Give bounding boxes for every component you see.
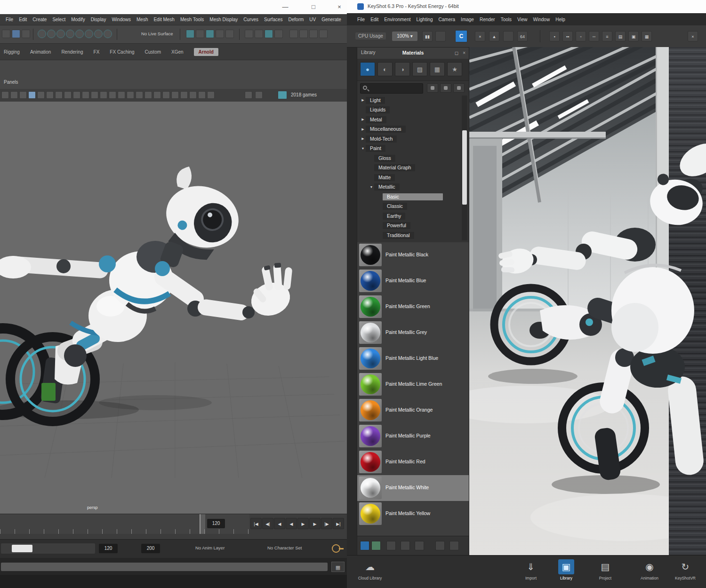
tree-collapsed-arrow-icon[interactable]: ▶ (360, 137, 366, 141)
viewport-toolbar-icon[interactable] (73, 91, 80, 99)
add-material-icon[interactable] (360, 541, 369, 550)
viewport-toolbar-icon[interactable] (189, 91, 197, 99)
material-row-paint-metallic-yellow[interactable]: Paint Metallic Yellow (357, 501, 469, 527)
keyshot-menu-render[interactable]: Render (477, 16, 498, 23)
keyshot-menu-camera[interactable]: Camera (436, 16, 458, 23)
colors-tab[interactable]: ◐ (377, 62, 393, 76)
menu-mesh-display[interactable]: Mesh Display (207, 16, 241, 23)
horizontal-scrollbar[interactable] (1, 563, 328, 571)
expand-view-icon[interactable]: × (688, 31, 698, 41)
shelf-tab-rigging[interactable]: Rigging (4, 49, 20, 55)
layout-grid-icon[interactable]: ▦ (331, 562, 345, 572)
keyshot-menu-help[interactable]: Help (553, 16, 568, 23)
menu-surfaces[interactable]: Surfaces (261, 16, 285, 23)
viewport-toolbar-icon[interactable] (207, 91, 215, 99)
toolbar-icon[interactable] (186, 30, 194, 38)
toolbar-icon[interactable] (216, 30, 224, 38)
tree-item-powerful[interactable]: Powerful (357, 221, 469, 231)
layout-2-icon[interactable]: ▪▪ (562, 31, 573, 41)
backplates-tab[interactable]: ▨ (412, 62, 427, 76)
menu-curves[interactable]: Curves (241, 16, 261, 23)
viewport-toolbar-icon[interactable] (171, 91, 179, 99)
keyshot-menu-file[interactable]: File (354, 16, 368, 23)
anim-layer-dropdown[interactable]: No Anim Layer (195, 545, 225, 550)
toolbar-icon[interactable] (22, 30, 30, 38)
tree-item-classic[interactable]: Classic (357, 202, 469, 212)
step-back-frame-button[interactable]: ◀ (274, 518, 285, 529)
toolbar-icon[interactable] (75, 30, 84, 38)
dock-item-project[interactable]: ▤Project (589, 559, 622, 580)
toolbar-icon[interactable] (245, 30, 253, 38)
toolbar-icon[interactable] (47, 30, 56, 38)
shelf-tab-animation[interactable]: Animation (30, 49, 51, 55)
material-row-paint-metallic-grey[interactable]: Paint Metallic Grey (357, 320, 469, 346)
maximize-icon[interactable]: □ (308, 2, 319, 12)
pause-icon[interactable]: ▮▮ (422, 31, 433, 41)
keyshot-menu-edit[interactable]: Edit (368, 16, 381, 23)
tree-item-traditional[interactable]: Traditional (357, 230, 469, 240)
play-forwards-button[interactable]: ▶ (297, 518, 309, 529)
viewport-toolbar-icon[interactable] (37, 91, 45, 99)
viewport-toolbar-icon[interactable] (109, 91, 116, 99)
step-back-key-button[interactable]: ◀| (262, 518, 273, 529)
cpu-usage-dropdown[interactable]: 100% ▾ (392, 32, 417, 41)
minimize-icon[interactable]: — (280, 2, 290, 12)
keyshot-menu-lighting[interactable]: Lighting (414, 16, 436, 23)
viewport-toolbar-icon[interactable] (162, 91, 170, 99)
tree-scrollbar-thumb[interactable] (462, 130, 467, 205)
footer-icon-1[interactable] (386, 541, 396, 550)
range-end-field[interactable]: 200 (141, 544, 160, 553)
character-set-dropdown[interactable]: No Character Set (267, 545, 302, 550)
footer-icon-4[interactable] (435, 541, 445, 550)
tree-item-matte[interactable]: Matte (357, 173, 469, 183)
keyshot-menu-view[interactable]: View (514, 16, 530, 23)
live-surface-indicator[interactable]: No Live Surface (141, 31, 173, 36)
menu-create[interactable]: Create (30, 16, 49, 23)
viewport-toolbar-icon[interactable] (46, 91, 54, 99)
viewport-toolbar-icon[interactable] (198, 91, 206, 99)
materials-tab[interactable]: ● (360, 62, 375, 76)
viewport-toolbar-icon[interactable] (91, 91, 98, 99)
toolbar-icon[interactable] (289, 30, 298, 38)
textures-tab[interactable]: ▦ (430, 62, 445, 76)
toolbar-icon[interactable] (2, 30, 10, 38)
footer-icon-3[interactable] (415, 541, 424, 550)
dock-item-cloud-library[interactable]: ☁ Cloud Library (353, 559, 386, 580)
tree-item-metallic[interactable]: ▼Metallic (357, 183, 469, 192)
shelf-tab-arnold[interactable]: Arnold (194, 48, 218, 56)
environments-tab[interactable]: ◑ (395, 62, 410, 76)
menu-edit-mesh[interactable]: Edit Mesh (151, 16, 177, 23)
toolbar-icon[interactable] (104, 30, 112, 38)
layout-1-icon[interactable]: ▪ (549, 31, 560, 41)
menu-generate[interactable]: Generate (319, 16, 344, 23)
toolbar-icon[interactable] (274, 30, 283, 38)
shelf-tab-xgen[interactable]: XGen (171, 49, 184, 55)
tree-item-paint[interactable]: ▼Paint (357, 144, 469, 154)
layout-8-icon[interactable]: ▦ (642, 31, 652, 41)
shelf-tab-fx-caching[interactable]: FX Caching (110, 49, 134, 55)
viewport-toolbar-icon[interactable] (55, 91, 63, 99)
toolbar-icon[interactable] (265, 30, 273, 38)
tree-item-liquids[interactable]: Liquids (357, 105, 469, 115)
viewport-toolbar-icon[interactable] (82, 91, 89, 99)
shelf-tab-custom[interactable]: Custom (145, 49, 161, 55)
left-title-bar[interactable]: — □ × (0, 0, 347, 15)
toolbar-icon[interactable] (225, 30, 234, 38)
viewport-toolbar-icon[interactable] (136, 91, 143, 99)
viewport-toolbar-icon[interactable] (10, 91, 18, 99)
viewport-3d-scene[interactable] (0, 102, 347, 514)
screenshot-icon[interactable] (435, 31, 446, 41)
tree-expanded-arrow-icon[interactable]: ▼ (360, 147, 366, 150)
footer-icon-5[interactable] (449, 541, 459, 550)
tree-expanded-arrow-icon[interactable]: ▼ (369, 185, 374, 189)
close-panel-icon[interactable]: × (463, 50, 465, 56)
tree-item-material-graph[interactable]: Material Graph (357, 163, 469, 173)
shelf-tab-rendering[interactable]: Rendering (61, 49, 83, 55)
viewport-toolbar-icon[interactable] (144, 91, 152, 99)
keyshot-menu-window[interactable]: Window (530, 16, 553, 23)
layout-3-icon[interactable]: ▫ (576, 31, 586, 41)
region-render-button[interactable]: C (455, 30, 467, 42)
list-view-icon[interactable] (427, 83, 438, 93)
renderer-icon[interactable] (278, 91, 287, 99)
go-to-start-button[interactable]: |◀ (250, 518, 262, 529)
